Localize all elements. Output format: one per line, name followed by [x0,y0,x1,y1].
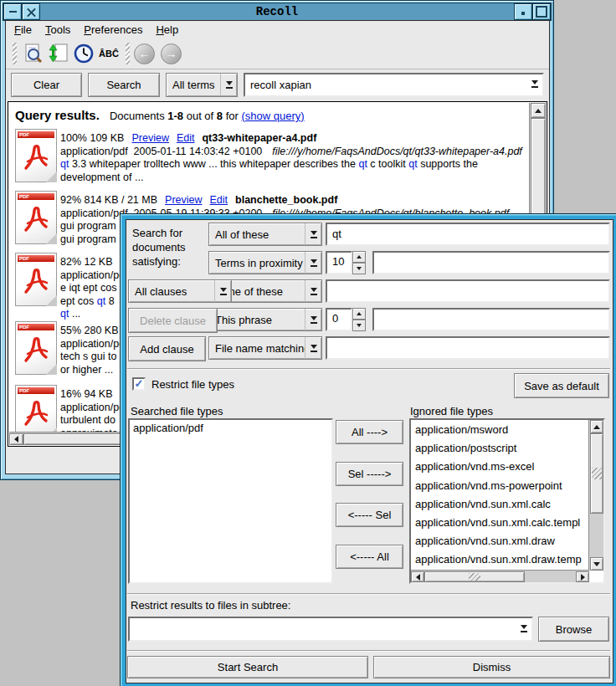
query-input[interactable]: recoll xapian [245,75,526,95]
scrollbar-thumb[interactable] [590,433,603,514]
searched-types-list[interactable]: application/pdf [128,418,333,584]
subtree-input[interactable] [130,626,516,632]
scroll-up-button[interactable] [590,420,603,433]
clause-value-input[interactable] [372,308,610,331]
result-mime: application/pdf [60,269,128,281]
scroll-down-button[interactable] [590,557,603,571]
ignored-list-vertical-scrollbar[interactable] [588,420,603,571]
sort-by-dates-icon[interactable] [46,42,71,65]
list-item[interactable]: application/msword [412,421,589,439]
close-icon [27,8,36,17]
edit-link[interactable]: Edit [177,132,195,146]
proximity-slack-spinner[interactable]: 10 [326,251,366,274]
clause-type-combo[interactable]: All of these [208,223,322,246]
save-as-default-button[interactable]: Save as default [514,373,609,398]
result-meta: 100% 109 KB [60,132,124,146]
clause-value-input[interactable]: qt [326,223,610,246]
history-clock-icon[interactable] [71,42,96,65]
menu-preferences[interactable]: Preferences [84,23,142,36]
ignored-types-list[interactable]: application/mswordapplication/postscript… [409,418,605,584]
move-selected-left-button[interactable]: <----- Sel [336,503,403,527]
menu-help[interactable]: Help [156,23,178,36]
list-item[interactable]: application/postscript [412,439,589,458]
scroll-left-button[interactable] [9,433,23,445]
window-menu-button[interactable] [3,3,22,20]
toolbar: ÂBĈ ← → [6,38,549,69]
preview-doc-icon[interactable] [21,42,46,65]
preview-link[interactable]: Preview [165,194,202,207]
clause-row: None of these [208,279,610,303]
query-combo[interactable]: recoll xapian [244,73,544,97]
scrollbar-thumb[interactable] [424,571,525,582]
list-item[interactable]: application/vnd.sun.xml.draw.temp [412,550,589,569]
list-item[interactable]: application/vnd.sun.xml.draw [412,532,589,550]
menubar: File Tools Preferences Help [6,21,549,38]
phrase-slack-spinner[interactable]: 0 [326,308,366,331]
move-all-right-button[interactable]: All ----> [336,420,403,444]
move-all-left-button[interactable]: <----- All [336,545,403,569]
start-search-button[interactable]: Start Search [127,656,368,678]
search-mode-combo[interactable]: All terms [166,73,238,97]
search-button[interactable]: Search [88,73,160,97]
pdf-file-icon[interactable]: PDF [15,385,57,438]
spin-up-icon [352,308,366,320]
back-button[interactable]: ← [134,44,155,64]
list-item[interactable]: application/vnd.ms-powerpoint [412,477,589,495]
chevron-down-icon [305,309,321,330]
chevron-down-icon[interactable] [516,618,531,638]
show-query-link[interactable]: (show query) [241,110,304,122]
restrict-file-types-checkbox[interactable]: ✓ [132,377,146,391]
edit-link[interactable]: Edit [210,194,228,207]
scroll-right-button[interactable] [576,571,589,582]
clear-button[interactable]: Clear [11,73,82,97]
forward-button[interactable]: → [161,44,182,64]
close-button[interactable] [22,3,40,20]
clause-value-input[interactable] [372,251,610,274]
delete-clause-button[interactable]: Delete clause [128,308,218,333]
maximize-button[interactable] [532,3,551,20]
browse-button[interactable]: Browse [538,617,609,642]
iconify-button[interactable] [514,3,532,20]
ignored-types-label: Ignored file types [410,405,493,417]
list-item[interactable]: application/pdf [130,421,331,435]
list-item[interactable]: application/vnd.ms-excel [412,458,589,476]
subtree-combo[interactable] [128,617,533,642]
result-meta: 92% 814 KB / 21 MB [60,194,157,207]
clause-value-input[interactable] [326,279,610,303]
clause-value-input[interactable] [326,336,610,360]
clause-type-combo[interactable]: File name matching [208,336,322,360]
term-explorer-icon[interactable]: ÂBĈ [96,42,121,65]
list-item[interactable]: application/vnd.sun.xml.calc [412,495,589,514]
dismiss-button[interactable]: Dismiss [373,656,610,678]
pdf-file-icon[interactable]: PDF [15,129,57,182]
results-header: Query results. Documents 1-8 out of 8 fo… [15,108,305,122]
clause-type-combo[interactable]: This phrase [208,308,322,331]
preview-link[interactable]: Preview [131,132,168,146]
spin-down-icon [352,320,366,331]
ignored-list-horizontal-scrollbar[interactable] [411,570,589,582]
scroll-left-button[interactable] [411,571,424,582]
result-snippet: qt 3.3 whitepaper trolltech www ... this… [60,158,529,172]
result-meta: 55% 280 KB [60,325,119,338]
toolbar-grip[interactable] [126,43,130,64]
chevron-down-icon[interactable] [526,74,542,94]
pdf-file-icon[interactable]: PDF [15,191,57,244]
list-item[interactable]: application/vnd.sun.xml.calc.templ [412,514,589,532]
add-clause-button[interactable]: Add clause [128,336,206,361]
titlebar[interactable]: Recoll [3,3,552,21]
pdf-file-icon[interactable]: PDF [15,321,57,375]
restrict-file-types-label: Restrict file types [151,378,234,391]
result-meta: 16% 94 KB [60,388,113,402]
menu-tools[interactable]: Tools [45,23,70,36]
advanced-search-dialog: Search for documents satisfying: All of … [120,213,616,686]
chevron-down-icon [305,280,321,302]
scroll-up-button[interactable] [531,103,546,118]
pdf-file-icon[interactable]: PDF [15,253,57,306]
separator [127,650,610,652]
conjunct-combo[interactable]: All clauses [128,279,232,303]
toolbar-grip[interactable] [13,43,17,64]
acrobat-logo-icon [22,140,49,173]
move-selected-right-button[interactable]: Sel -----> [336,462,403,486]
clause-type-combo[interactable]: Terms in proximity [208,251,322,274]
menu-file[interactable]: File [14,23,32,36]
